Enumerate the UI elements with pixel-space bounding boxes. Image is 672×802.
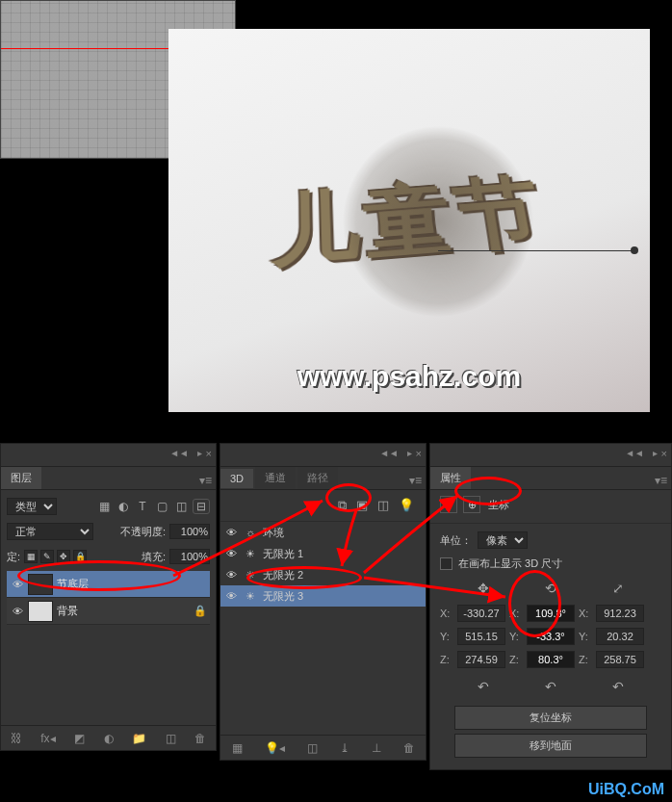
delete-layer-icon[interactable]: 🗑 xyxy=(194,732,206,745)
lock-all-icon[interactable]: 🔒 xyxy=(73,550,87,563)
3d-light-handle-end[interactable] xyxy=(631,246,638,254)
undo-scale-icon[interactable]: ↶ xyxy=(612,679,624,694)
lock-position-icon[interactable]: ✥ xyxy=(57,550,70,563)
lock-transparent-icon[interactable]: ▦ xyxy=(24,550,38,563)
layer-mask-icon[interactable]: ◩ xyxy=(74,732,85,745)
new-layer-icon[interactable]: ◫ xyxy=(166,732,176,745)
filter-scene-icon[interactable]: ⧉ xyxy=(338,498,347,513)
panel-close-icon[interactable]: × xyxy=(416,448,422,459)
layer-thumbnail[interactable] xyxy=(28,574,53,595)
scene-item-light-3[interactable]: 👁 ☀ 无限光 3 xyxy=(220,585,426,607)
tab-3d[interactable]: 3D xyxy=(220,469,253,488)
filter-type-icon[interactable]: T xyxy=(135,499,150,514)
x-pos-input[interactable] xyxy=(457,605,505,622)
visibility-icon[interactable]: 👁 xyxy=(7,606,28,617)
panel-collapse-icon[interactable]: ◄◄ xyxy=(379,448,399,458)
show-3d-size-checkbox[interactable] xyxy=(440,557,452,570)
link-layers-icon[interactable]: ⛓ xyxy=(11,732,22,745)
tab-paths[interactable]: 路径 xyxy=(297,467,338,489)
undo-row: ↶ ↶ ↶ xyxy=(430,671,671,702)
visibility-icon[interactable]: 👁 xyxy=(220,527,242,538)
panel-chevron-icon[interactable]: ▸ xyxy=(653,448,658,458)
layers-panel-tabs: ◄◄ ▸ × xyxy=(1,444,216,467)
filter-kind-select[interactable]: 类型 xyxy=(7,498,57,515)
panel-chevron-icon[interactable]: ▸ xyxy=(197,448,202,458)
show-3d-size-label: 在画布上显示 3D 尺寸 xyxy=(458,556,562,571)
scene-item-light-2[interactable]: 👁 ☀ 无限光 2 xyxy=(220,564,426,585)
visibility-icon[interactable]: 👁 xyxy=(220,548,242,559)
undo-move-icon[interactable]: ↶ xyxy=(478,679,489,694)
scale-icon[interactable]: ⤢ xyxy=(612,581,624,596)
panel-collapse-icon[interactable]: ◄◄ xyxy=(625,448,644,458)
mode-icons-group: ☀ ⊕ xyxy=(440,496,480,513)
panel-chevron-icon[interactable]: ▸ xyxy=(407,448,412,458)
adjustment-layer-icon[interactable]: ◐ xyxy=(104,732,114,745)
new-texture-icon[interactable]: ◫ xyxy=(307,741,318,755)
panel-close-icon[interactable]: × xyxy=(661,448,667,459)
visibility-icon[interactable]: 👁 xyxy=(220,569,242,581)
mode-light-icon[interactable]: ☀ xyxy=(440,496,457,513)
lock-pixels-icon[interactable]: ✎ xyxy=(40,550,54,563)
y-pos-input[interactable] xyxy=(457,628,505,645)
panel-menu-icon[interactable]: ▾≡ xyxy=(655,474,667,487)
undo-rotate-icon[interactable]: ↶ xyxy=(545,679,556,694)
filter-pixel-icon[interactable]: ▦ xyxy=(96,499,112,514)
delete-icon[interactable]: 🗑 xyxy=(403,741,415,755)
filter-smart-icon[interactable]: ◫ xyxy=(173,499,189,514)
new-light-icon[interactable]: 💡◂ xyxy=(265,741,285,755)
props-panel-tabs: ◄◄ ▸ × xyxy=(430,444,671,467)
z-scale-input[interactable] xyxy=(596,651,644,668)
x-rot-input[interactable] xyxy=(527,605,575,622)
filter-toggle-icon[interactable]: ⊟ xyxy=(193,499,210,514)
coord-mode-icons: ✥ ⟲ ⤢ xyxy=(430,575,671,602)
rotate-icon[interactable]: ⟲ xyxy=(545,581,556,596)
layer-fx-icon[interactable]: fx◂ xyxy=(40,732,55,745)
lock-icon[interactable]: 🔒 xyxy=(191,605,210,617)
add-to-ground-icon[interactable]: ⤓ xyxy=(340,741,349,755)
scene-item-light-1[interactable]: 👁 ☀ 无限光 1 xyxy=(220,543,426,564)
reset-coords-button[interactable]: 复位坐标 xyxy=(454,706,647,730)
scene-item-label: 环境 xyxy=(259,526,426,540)
filter-light-icon[interactable]: 💡 xyxy=(399,498,414,513)
panel-menu-icon[interactable]: ▾≡ xyxy=(199,474,212,487)
layer-name[interactable]: 节底层 xyxy=(57,577,210,591)
z-rot-input[interactable] xyxy=(527,651,575,668)
filter-mesh-icon[interactable]: ▣ xyxy=(356,498,368,513)
visibility-icon[interactable]: 👁 xyxy=(220,590,242,602)
3d-light-gizmo[interactable] xyxy=(342,125,534,318)
layers-bottom-bar: ⛓ fx◂ ◩ ◐ 📁 ◫ 🗑 xyxy=(1,725,216,750)
filter-shape-icon[interactable]: ▢ xyxy=(154,499,169,514)
y-scale-input[interactable] xyxy=(596,628,644,645)
layer-name[interactable]: 背景 xyxy=(57,604,191,618)
panel-collapse-icon[interactable]: ◄◄ xyxy=(169,448,189,458)
tab-properties[interactable]: 属性 xyxy=(430,467,471,489)
scene-item-label: 无限光 1 xyxy=(259,547,426,561)
blend-mode-select[interactable]: 正常 xyxy=(7,523,93,540)
tab-layers[interactable]: 图层 xyxy=(1,467,41,489)
mode-coords-icon[interactable]: ⊕ xyxy=(463,496,480,513)
panel-menu-icon[interactable]: ▾≡ xyxy=(409,474,422,487)
layer-thumbnail[interactable] xyxy=(28,601,53,622)
panel-close-icon[interactable]: × xyxy=(206,448,212,459)
scene-item-environment[interactable]: 👁 ☼ 环境 xyxy=(220,522,426,543)
fill-input[interactable] xyxy=(169,549,210,564)
scene-item-label: 无限光 2 xyxy=(259,568,426,582)
render-icon[interactable]: ▦ xyxy=(232,741,243,755)
opacity-input[interactable] xyxy=(169,524,210,539)
unit-select[interactable]: 像素 xyxy=(478,531,528,549)
document-canvas[interactable]: 儿童节 www.psahz.com xyxy=(168,29,650,412)
layer-item-background[interactable]: 👁 背景 🔒 xyxy=(7,598,210,625)
move-to-ground-button[interactable]: 移到地面 xyxy=(454,734,647,758)
layer-item-selected[interactable]: 👁 节底层 xyxy=(7,571,210,598)
tab-channels[interactable]: 通道 xyxy=(255,467,296,489)
visibility-icon[interactable]: 👁 xyxy=(7,579,28,590)
move-icon[interactable]: ✥ xyxy=(478,581,489,596)
filter-adjust-icon[interactable]: ◐ xyxy=(116,499,131,514)
layer-group-icon[interactable]: 📁 xyxy=(132,732,146,745)
filter-material-icon[interactable]: ◫ xyxy=(377,498,389,513)
y-rot-input[interactable] xyxy=(527,628,575,645)
x-scale-input[interactable] xyxy=(596,605,644,622)
slice-icon[interactable]: ⊥ xyxy=(372,741,381,755)
light-icon: ☀ xyxy=(242,590,259,603)
z-pos-input[interactable] xyxy=(457,651,505,668)
